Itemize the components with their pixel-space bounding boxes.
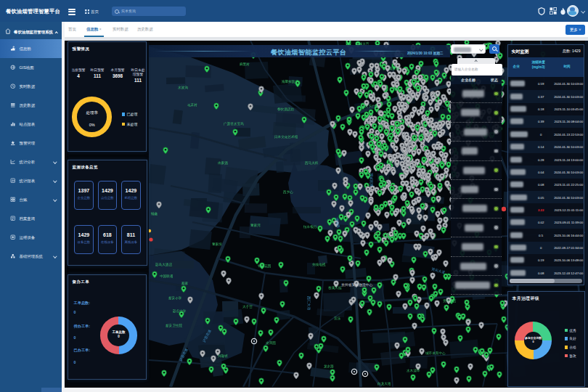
- svg-text:影岛大酒店: 影岛大酒店: [155, 262, 172, 267]
- svg-text:西汇大道: 西汇大道: [307, 296, 311, 310]
- svg-text:金泽园: 金泽园: [266, 340, 276, 346]
- svg-text:董家坝: 董家坝: [212, 242, 222, 246]
- svg-text:美食城: 美食城: [389, 67, 399, 70]
- svg-text:龙水路: 龙水路: [324, 364, 334, 368]
- svg-text:宜乐: 宜乐: [334, 317, 341, 320]
- svg-text:兴隆镇: 兴隆镇: [218, 354, 228, 358]
- svg-text:城市体育中心: 城市体育中心: [425, 351, 446, 355]
- svg-text:失线电视: 失线电视: [312, 262, 326, 267]
- svg-text:水木清华: 水木清华: [407, 369, 420, 372]
- svg-text:新安小学: 新安小学: [168, 296, 182, 300]
- svg-text:新安卫生院: 新安卫生院: [166, 323, 182, 328]
- svg-text:中国联通: 中国联通: [160, 274, 173, 279]
- svg-text:贵州省某某物流中心: 贵州省某某物流中心: [341, 282, 372, 287]
- svg-text:锦绣花园: 锦绣花园: [258, 264, 271, 269]
- svg-text:恒丰银行: 恒丰银行: [303, 224, 317, 229]
- svg-text:海聚鲜面店: 海聚鲜面店: [282, 79, 298, 84]
- svg-text:铜鑫: 铜鑫: [150, 211, 158, 216]
- svg-text:影点中学: 影点中学: [173, 309, 187, 313]
- svg-text:董家湾: 董家湾: [250, 224, 261, 227]
- svg-text:广源世水宝坞: 广源世水宝坞: [224, 121, 244, 126]
